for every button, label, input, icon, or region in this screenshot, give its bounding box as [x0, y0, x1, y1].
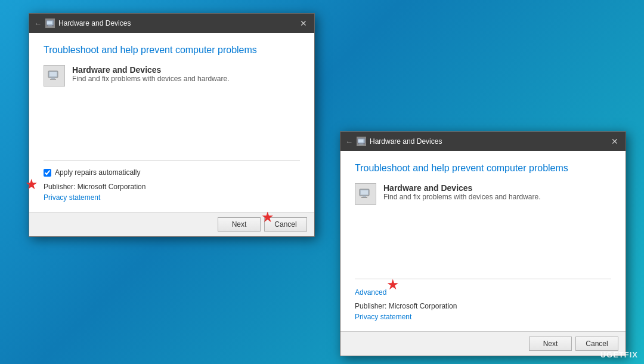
svg-rect-6 — [50, 79, 56, 80]
back-button-right[interactable]: ← — [345, 137, 353, 146]
close-button-right[interactable]: ✕ — [609, 137, 621, 146]
back-button-left[interactable]: ← — [34, 19, 42, 28]
svg-rect-5 — [51, 78, 55, 79]
auto-repair-checkbox[interactable] — [44, 169, 51, 177]
separator-right — [355, 279, 611, 279]
dialog-heading-right: Troubleshoot and help prevent computer p… — [355, 163, 611, 174]
titlebar-left: ← Hardware and Devices ✕ — [29, 14, 314, 33]
dialog-title-left: Hardware and Devices — [58, 19, 298, 27]
item-desc-left: Find and fix problems with devices and h… — [72, 75, 229, 83]
privacy-link-right[interactable]: Privacy statement — [355, 313, 411, 321]
close-button-left[interactable]: ✕ — [298, 18, 309, 28]
dialog-heading-left: Troubleshoot and help prevent computer p… — [44, 45, 300, 55]
troubleshoot-item-left: Hardware and Devices Find and fix proble… — [44, 65, 300, 87]
titlebar-right: ← Hardware and Devices ✕ — [340, 132, 626, 151]
svg-rect-4 — [49, 72, 57, 76]
privacy-link-left[interactable]: Privacy statement — [44, 193, 100, 202]
item-text-left: Hardware and Devices Find and fix proble… — [72, 65, 229, 83]
checkbox-label: Apply repairs automatically — [55, 168, 140, 177]
next-button-left[interactable]: Next — [218, 217, 261, 232]
dialog-right: ← Hardware and Devices ✕ Troubleshoot an… — [340, 131, 626, 356]
item-title-right: Hardware and Devices — [383, 183, 540, 193]
title-icon-right — [357, 137, 366, 146]
title-icon-left — [45, 18, 55, 28]
footer-left: Next Cancel — [29, 212, 314, 236]
svg-rect-11 — [361, 190, 368, 195]
svg-rect-13 — [361, 197, 367, 198]
item-text-right: Hardware and Devices Find and fix proble… — [383, 183, 540, 201]
publisher-right: Publisher: Microsoft Corporation — [355, 302, 611, 310]
svg-rect-12 — [363, 196, 366, 197]
dialog-title-right: Hardware and Devices — [370, 137, 609, 146]
hardware-icon-right — [355, 183, 376, 205]
item-title-left: Hardware and Devices — [72, 65, 229, 75]
svg-rect-1 — [48, 26, 52, 27]
svg-rect-2 — [47, 21, 52, 24]
cancel-button-left[interactable]: Cancel — [264, 217, 307, 232]
separator-left — [44, 161, 300, 161]
dialog-content-right: Troubleshoot and help prevent computer p… — [340, 151, 626, 331]
advanced-link[interactable]: Advanced — [355, 288, 386, 297]
checkbox-row-left[interactable]: Apply repairs automatically — [44, 168, 300, 177]
dialog-left: ← Hardware and Devices ✕ Troubleshoot an… — [29, 13, 315, 237]
dialog-content-left: Troubleshoot and help prevent computer p… — [29, 33, 314, 212]
next-button-right[interactable]: Next — [529, 337, 572, 351]
hardware-icon-left — [44, 65, 65, 87]
publisher-left: Publisher: Microsoft Corporation — [44, 183, 300, 191]
cancel-button-right[interactable]: Cancel — [575, 337, 618, 351]
svg-rect-8 — [360, 144, 364, 145]
item-desc-right: Find and fix problems with devices and h… — [383, 193, 540, 201]
footer-right: Next Cancel — [340, 331, 626, 356]
svg-rect-9 — [358, 140, 364, 143]
troubleshoot-item-right: Hardware and Devices Find and fix proble… — [355, 183, 611, 205]
watermark: UGETFIX — [600, 350, 638, 359]
